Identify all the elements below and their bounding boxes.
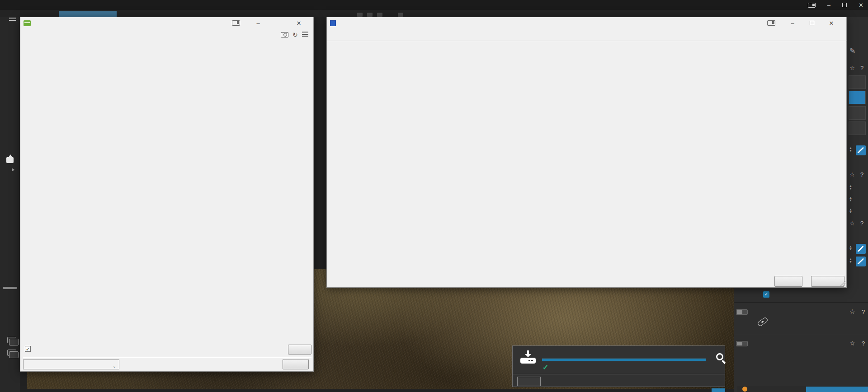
maximize-icon[interactable]	[810, 21, 814, 25]
progress-fragment	[806, 387, 868, 392]
check-icon: ✓	[542, 363, 548, 372]
project-stack-icon[interactable]	[7, 350, 16, 356]
bottom-right-bar	[737, 386, 868, 392]
toolbar-icon[interactable]	[367, 13, 373, 17]
divider	[23, 357, 311, 358]
ok-button[interactable]	[774, 276, 802, 287]
horizontal-scrollbar[interactable]	[3, 287, 17, 289]
menu-icon[interactable]	[302, 32, 308, 38]
purple-fringing-row[interactable]: ✓	[763, 291, 773, 298]
retouch-tool-row[interactable]	[752, 319, 768, 324]
procexp-titlebar[interactable]: – ✕	[327, 17, 846, 29]
maximize-icon[interactable]	[842, 3, 847, 7]
export-disk-icon	[520, 350, 536, 364]
minimize-icon[interactable]: –	[788, 20, 797, 27]
right-sidebar: ✓ ☆ ? ☆ ?	[734, 288, 868, 392]
export-progress-fill	[542, 359, 706, 361]
process-app-icon	[330, 20, 336, 26]
star-icon[interactable]: ☆	[849, 171, 855, 178]
stepper-icon[interactable]: ▲▼	[848, 147, 854, 152]
stepper-icon[interactable]: ▲▼	[848, 245, 854, 251]
toggle-switch[interactable]	[736, 341, 748, 346]
clear-button[interactable]	[517, 377, 541, 386]
star-icon[interactable]: ☆	[849, 65, 855, 71]
close-icon[interactable]: ✕	[859, 2, 863, 9]
stepper-icon[interactable]: ▲▼	[848, 196, 854, 202]
screenshot-icon[interactable]	[281, 32, 288, 37]
export-preset-icon[interactable]	[6, 157, 14, 163]
project-stack-icon[interactable]	[7, 337, 16, 343]
toolbar-icon[interactable]	[357, 13, 363, 17]
left-panel	[0, 10, 20, 392]
unsharp-mask-header: ☆ ?	[734, 338, 868, 350]
gpu-status-icon[interactable]	[808, 3, 816, 8]
help-icon[interactable]: ?	[860, 220, 863, 227]
export-progress-bar	[542, 359, 706, 361]
divider	[734, 302, 868, 303]
magnifier-icon[interactable]	[716, 353, 728, 365]
stepper-icon[interactable]: ▲▼	[848, 185, 854, 190]
gpu-switch-icon[interactable]	[767, 20, 775, 26]
reset-button[interactable]	[288, 345, 311, 355]
toolbar-strip	[0, 10, 868, 17]
log-to-file-row[interactable]: ✓	[25, 346, 33, 352]
swatch[interactable]	[849, 106, 866, 120]
palette-icon	[742, 387, 747, 392]
toolbar-icon[interactable]	[377, 13, 382, 17]
desktop: – ✕ ✎ ☆ ?	[0, 0, 868, 392]
close-icon[interactable]: ✕	[827, 20, 836, 27]
gpuz-app-icon	[24, 20, 31, 26]
checkbox-checked-icon[interactable]: ✓	[25, 346, 31, 352]
window-controls: – ✕	[808, 0, 868, 10]
magic-wand-button[interactable]	[856, 145, 866, 155]
refresh-icon[interactable]: ↻	[292, 32, 298, 37]
help-icon[interactable]: ?	[860, 65, 863, 71]
gpuz-window: – ✕ ↻ ✓ ⌄	[20, 17, 314, 372]
selected-tab-fragment	[59, 11, 117, 17]
divider	[734, 334, 868, 334]
gpu-switch-icon[interactable]	[232, 20, 240, 26]
help-icon[interactable]: ?	[862, 308, 865, 315]
close-button[interactable]	[283, 359, 309, 369]
procexp-properties-window: – ✕	[326, 17, 847, 288]
resize-grip[interactable]	[840, 281, 845, 286]
gpu-device-selector[interactable]: ⌄	[23, 359, 119, 369]
divider	[513, 374, 725, 374]
toolbar-icon[interactable]	[398, 13, 403, 17]
swatch[interactable]	[849, 75, 866, 89]
cancel-button[interactable]	[811, 276, 844, 287]
toggle-switch[interactable]	[736, 309, 748, 315]
help-icon[interactable]: ?	[860, 171, 863, 178]
close-icon[interactable]: ✕	[294, 20, 303, 27]
star-icon[interactable]: ☆	[849, 308, 855, 315]
retouch-header: ☆ ?	[734, 307, 868, 318]
minimize-icon[interactable]: –	[827, 2, 830, 9]
star-icon[interactable]: ☆	[849, 340, 855, 347]
chevron-right-icon[interactable]	[12, 168, 14, 172]
magic-wand-button[interactable]	[856, 244, 866, 254]
brush-icon[interactable]: ✎	[849, 47, 855, 55]
help-icon[interactable]: ?	[862, 340, 865, 347]
minimize-icon[interactable]: –	[254, 20, 263, 27]
star-icon[interactable]: ☆	[849, 220, 855, 227]
chevron-down-icon: ⌄	[113, 362, 116, 371]
magic-wand-button[interactable]	[856, 257, 866, 266]
stepper-icon[interactable]: ▲▼	[848, 258, 854, 263]
export-toast: ✓	[512, 345, 725, 387]
gpu-graph-tab-content	[327, 41, 847, 288]
swatch-selected[interactable]	[849, 91, 866, 104]
progress-fragment	[712, 388, 725, 392]
menu-bar: – ✕	[0, 0, 868, 10]
gpuz-titlebar[interactable]: – ✕	[20, 17, 313, 29]
swatch[interactable]	[849, 121, 866, 135]
checkbox-checked-icon[interactable]: ✓	[763, 291, 769, 298]
right-panel-edge: ✎ ☆ ? ▲▼ ☆ ? ▲▼ ▲▼ ▲▼ ☆ ? ▲▼ ▲▼	[847, 17, 868, 288]
stepper-icon[interactable]: ▲▼	[848, 208, 854, 214]
